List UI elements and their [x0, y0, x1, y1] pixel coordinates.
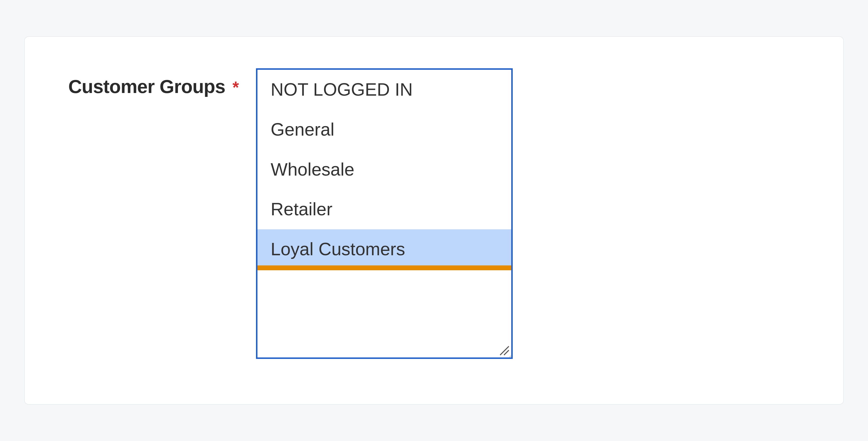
svg-line-1 [504, 350, 509, 355]
svg-line-0 [500, 346, 509, 355]
option-loyal-customers[interactable]: Loyal Customers [257, 229, 511, 269]
field-label-group: Customer Groups * [68, 68, 239, 98]
required-asterisk-icon: * [232, 78, 239, 97]
option-retailer[interactable]: Retailer [257, 189, 511, 229]
customer-groups-multiselect[interactable]: NOT LOGGED IN General Wholesale Retailer… [256, 68, 513, 359]
customer-groups-label: Customer Groups [68, 75, 225, 98]
option-not-logged-in[interactable]: NOT LOGGED IN [257, 70, 511, 110]
option-wholesale[interactable]: Wholesale [257, 150, 511, 190]
resize-handle-icon [497, 343, 509, 355]
form-panel: Customer Groups * NOT LOGGED IN General … [24, 36, 844, 405]
option-general[interactable]: General [257, 110, 511, 150]
customer-groups-row: Customer Groups * NOT LOGGED IN General … [68, 68, 800, 359]
